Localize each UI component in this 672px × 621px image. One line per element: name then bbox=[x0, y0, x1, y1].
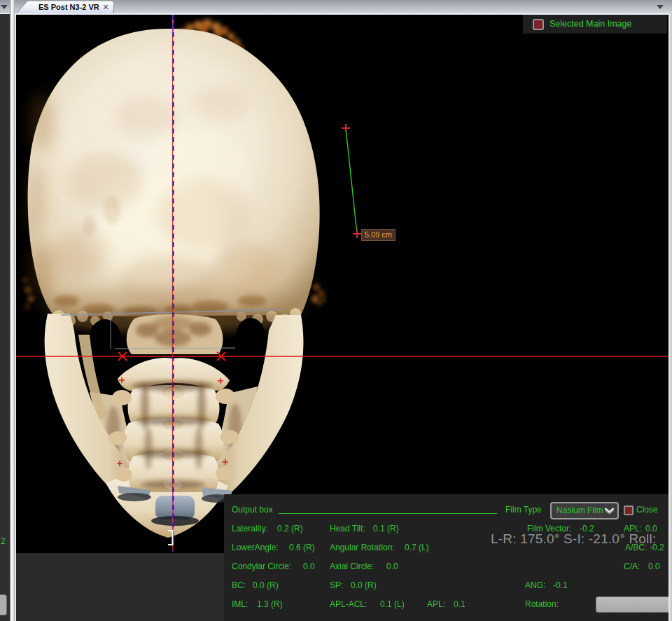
cranium-group bbox=[23, 19, 326, 325]
measurement-line bbox=[346, 128, 357, 234]
selected-main-image-label: Selected Main Image bbox=[550, 19, 631, 29]
right-window-edge bbox=[668, 13, 672, 621]
ca-label: C/A: bbox=[624, 561, 640, 571]
close-label[interactable]: Close bbox=[636, 505, 658, 515]
ang-label: ANG: bbox=[525, 580, 545, 590]
axial-circle-label: Axial Circle: bbox=[330, 561, 374, 571]
angular-rotation-label: Angular Rotation: bbox=[330, 543, 395, 552]
iml-value: 1.3 (R) bbox=[257, 599, 283, 609]
angular-rotation-value: 0.7 (L) bbox=[405, 543, 429, 552]
axial-circle-value: 0.0 bbox=[386, 561, 398, 571]
tab-list-arrow-icon[interactable] bbox=[657, 5, 664, 9]
left-panel-partial-text: 2 bbox=[1, 536, 6, 546]
sp-label: SP: bbox=[330, 580, 343, 590]
apl-bottom-value: 0.1 bbox=[454, 599, 465, 609]
ca-value: 0.0 bbox=[648, 561, 660, 571]
condylar-circle-label: Condylar Circle: bbox=[232, 561, 291, 571]
bc-value: 0.0 (R) bbox=[253, 580, 279, 590]
iml-label: IML: bbox=[232, 599, 248, 609]
close-checkbox[interactable] bbox=[624, 505, 634, 515]
output-box-panel: Output box Film Type Nasium Film Close L… bbox=[224, 494, 668, 621]
condylar-circle-value: 0.0 bbox=[303, 561, 315, 571]
app-window: 2 ES Post N3-2 VR × Selected Main Image … bbox=[0, 0, 672, 621]
left-tab-menu-arrow-icon[interactable] bbox=[1, 5, 8, 9]
head-tilt-value: 0.1 (R) bbox=[373, 524, 399, 533]
tab-close-icon[interactable]: × bbox=[103, 1, 108, 13]
film-type-dropdown[interactable]: Nasium Film bbox=[550, 502, 619, 519]
measurement-length-badge[interactable]: 5.09 cm bbox=[361, 229, 396, 241]
pane-left-border bbox=[15, 15, 16, 621]
orientation-readout: L-R: 175.0° S-I: -21.0° Roll: bbox=[491, 531, 656, 547]
output-box-underline bbox=[279, 513, 497, 514]
lower-angle-label: LowerAngle: bbox=[232, 543, 279, 552]
image-viewport[interactable] bbox=[16, 15, 668, 553]
apl-acl-label: APL-ACL: bbox=[330, 599, 367, 609]
tab-title[interactable]: ES Post N3-2 VR bbox=[38, 3, 99, 11]
selected-main-image-checkbox[interactable] bbox=[533, 19, 544, 30]
apl-bottom-label: APL: bbox=[427, 599, 445, 609]
output-box-title: Output box bbox=[232, 505, 273, 515]
vertical-splitter[interactable] bbox=[10, 0, 15, 621]
rotation-button[interactable] bbox=[596, 596, 670, 613]
ang-value: -0.1 bbox=[553, 580, 568, 590]
head-tilt-label: Head Tilt: bbox=[330, 524, 365, 533]
laterality-label: Laterality: bbox=[232, 524, 268, 533]
apl-acl-value: 0.1 (L) bbox=[380, 599, 405, 609]
selected-main-image-bar: Selected Main Image bbox=[523, 15, 667, 34]
film-type-label: Film Type bbox=[505, 505, 542, 515]
left-panel-button-sliver[interactable] bbox=[0, 594, 7, 615]
rotation-label: Rotation: bbox=[525, 599, 559, 609]
airway-appliance bbox=[155, 496, 195, 519]
left-hidden-panel: 2 bbox=[0, 0, 10, 621]
bc-label: BC: bbox=[232, 580, 246, 590]
dropdown-chevron-icon bbox=[604, 508, 615, 514]
sp-value: 0.0 (R) bbox=[351, 580, 377, 590]
lower-angle-value: 0.6 (R) bbox=[289, 543, 315, 552]
skull-volume-render bbox=[16, 15, 668, 553]
laterality-value: 0.2 (R) bbox=[277, 524, 303, 533]
film-type-value: Nasium Film bbox=[556, 505, 603, 515]
